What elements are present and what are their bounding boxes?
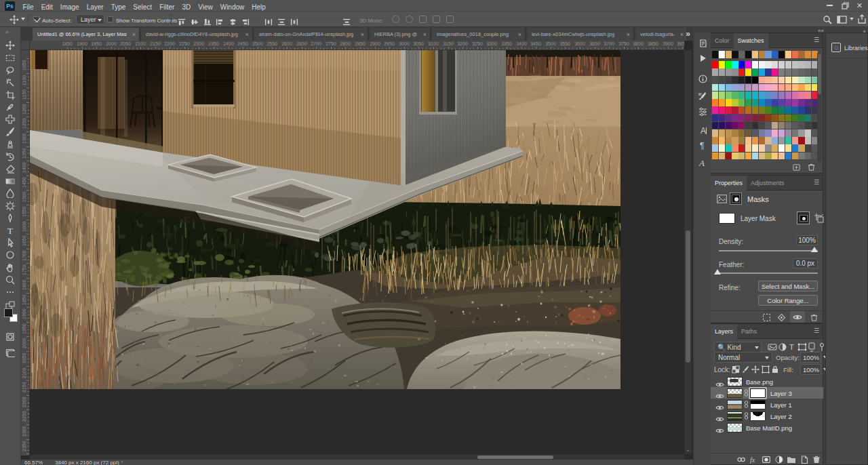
svg-text:T: T — [7, 226, 13, 235]
svg-text:¶: ¶ — [700, 141, 704, 150]
svg-text:T: T — [789, 343, 794, 351]
svg-text:fx: fx — [750, 456, 755, 464]
svg-text:A: A — [701, 126, 706, 136]
svg-text:A: A — [698, 158, 705, 168]
